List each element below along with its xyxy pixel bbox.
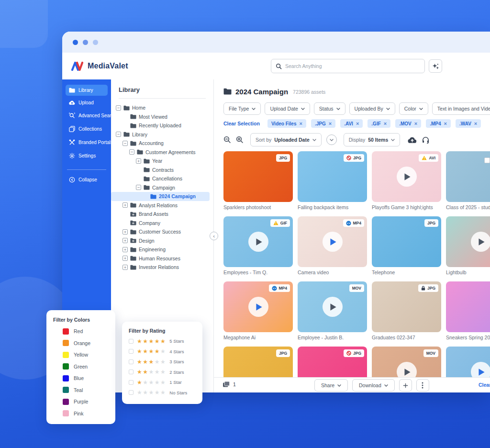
- filter-dropdown-color[interactable]: Color: [399, 102, 428, 115]
- filter-dropdown-file-type[interactable]: File Type: [223, 102, 261, 115]
- tree-item-company[interactable]: Company: [111, 219, 210, 228]
- filter-dropdown-text-in-images-and-videos[interactable]: Text in Images and Videos: [432, 102, 490, 115]
- play-overlay[interactable]: [446, 347, 490, 377]
- asset-card[interactable]: MP4Camera video: [298, 216, 367, 275]
- tree-item-investor-relations[interactable]: +Investor Relations: [111, 263, 210, 272]
- rating-filter-4-stars[interactable]: ★★★★★4 Stars: [129, 348, 202, 354]
- footer-clear-link[interactable]: Clear: [479, 382, 490, 388]
- share-button[interactable]: Share: [314, 379, 348, 392]
- filter-dropdown-uploaded-by[interactable]: Uploaded By: [349, 102, 395, 115]
- filter-chip-mp4[interactable]: .MP4×: [426, 119, 451, 128]
- select-all-checkbox[interactable]: [484, 157, 490, 163]
- more-options-button[interactable]: [416, 379, 429, 392]
- chip-remove-icon[interactable]: ×: [300, 121, 302, 126]
- support-headset-icon[interactable]: [422, 136, 430, 144]
- asset-card[interactable]: Class of 2025 - student: [446, 151, 490, 210]
- chip-remove-icon[interactable]: ×: [444, 121, 447, 126]
- asset-thumbnail[interactable]: AVI: [372, 151, 441, 202]
- tree-expander-minus-icon[interactable]: −: [122, 141, 128, 146]
- sidebar-collapse-button[interactable]: Collapse: [66, 174, 108, 186]
- tree-expander-minus-icon[interactable]: −: [136, 185, 141, 190]
- tree-expander-plus-icon[interactable]: +: [122, 238, 128, 243]
- checkbox[interactable]: [129, 390, 134, 395]
- filter-dropdown-upload-date[interactable]: Upload Date: [265, 102, 310, 115]
- ai-search-button[interactable]: [429, 59, 442, 73]
- play-button[interactable]: [323, 297, 343, 317]
- asset-card[interactable]: MP4Megaphone Ai: [223, 281, 293, 340]
- tree-item-cancellations[interactable]: Cancellations: [111, 174, 210, 183]
- chip-remove-icon[interactable]: ×: [356, 121, 359, 126]
- checkbox[interactable]: [129, 339, 134, 344]
- asset-card[interactable]: AVIPlayoffs Game 3 highl;ights: [372, 151, 441, 210]
- play-button[interactable]: [248, 232, 268, 252]
- asset-thumbnail[interactable]: [446, 281, 490, 332]
- filter-dropdown-status[interactable]: Status: [314, 102, 345, 115]
- tree-collapse-toggle[interactable]: ‹: [210, 232, 218, 240]
- tree-item-accounting[interactable]: −Accounting: [111, 139, 210, 148]
- add-button[interactable]: [399, 379, 412, 392]
- checkbox[interactable]: [129, 359, 134, 364]
- sidebar-item-upload[interactable]: Upload: [66, 97, 108, 108]
- color-filter-pink[interactable]: Pink: [63, 410, 115, 416]
- asset-card[interactable]: JPGTelephone: [372, 216, 441, 275]
- chip-remove-icon[interactable]: ×: [414, 121, 417, 126]
- tree-item-contracts[interactable]: Contracts: [111, 166, 210, 175]
- color-filter-blue[interactable]: Blue: [63, 375, 115, 381]
- asset-thumbnail[interactable]: MOV: [298, 281, 367, 332]
- asset-thumbnail[interactable]: [446, 216, 490, 267]
- download-button[interactable]: Download: [352, 379, 395, 392]
- asset-card[interactable]: JPGSparklers photoshoot: [223, 151, 293, 210]
- asset-card[interactable]: JPG: [298, 347, 367, 377]
- chip-remove-icon[interactable]: ×: [384, 121, 387, 126]
- asset-thumbnail[interactable]: JPG: [298, 151, 367, 202]
- tree-expander-plus-icon[interactable]: +: [136, 158, 141, 164]
- play-button[interactable]: [471, 362, 490, 377]
- asset-card[interactable]: GIFEmployees - Tim Q.: [223, 216, 293, 275]
- filter-chip-mov[interactable]: .MOV×: [395, 119, 421, 128]
- asset-thumbnail[interactable]: MOV: [372, 347, 441, 377]
- play-button[interactable]: [471, 232, 490, 252]
- tree-expander-plus-icon[interactable]: +: [122, 202, 128, 208]
- asset-thumbnail[interactable]: JPG: [223, 151, 293, 202]
- asset-thumbnail[interactable]: MP4: [298, 216, 367, 267]
- filter-chip-gif[interactable]: .GIF×: [368, 119, 390, 128]
- tree-expander-plus-icon[interactable]: +: [122, 229, 128, 235]
- asset-card[interactable]: JPGFalling backpack items: [298, 151, 367, 210]
- upload-cloud-button[interactable]: [408, 136, 417, 144]
- asset-card[interactable]: Sneakers Spring 2022: [446, 281, 490, 340]
- tree-item-customer-agreements[interactable]: −Customer Agreements: [111, 148, 210, 157]
- tree-item-2024-campaign[interactable]: 2024 Campaign: [111, 192, 210, 201]
- tree-item-recently-uploaded[interactable]: Recently Uploaded: [111, 121, 210, 130]
- tree-expander-minus-icon[interactable]: −: [116, 132, 121, 137]
- tree-item-customer-success[interactable]: +Customer Success: [111, 227, 210, 236]
- chip-remove-icon[interactable]: ×: [329, 121, 332, 126]
- clear-selection-link[interactable]: Clear Selection: [223, 121, 260, 126]
- tree-item-most-viewed[interactable]: Most Viewed: [111, 112, 210, 122]
- color-filter-green[interactable]: Green: [63, 363, 115, 370]
- tree-item-home[interactable]: −Home: [111, 103, 210, 112]
- tree-expander-minus-icon[interactable]: −: [116, 105, 121, 111]
- asset-thumbnail[interactable]: GIF: [223, 216, 293, 267]
- sidebar-item-library[interactable]: Library: [66, 85, 108, 96]
- tree-expander-plus-icon[interactable]: +: [122, 247, 128, 252]
- rating-filter-5-stars[interactable]: ★★★★★5 Stars: [129, 338, 202, 344]
- checkbox[interactable]: [129, 380, 134, 385]
- asset-thumbnail[interactable]: [446, 347, 490, 377]
- search-bar[interactable]: [271, 59, 425, 73]
- asset-thumbnail[interactable]: JPG: [372, 216, 441, 267]
- tree-item-campaign[interactable]: −Campaign: [111, 183, 210, 192]
- tree-expander-plus-icon[interactable]: +: [122, 265, 128, 270]
- asset-card[interactable]: JPG: [223, 347, 293, 377]
- rating-filter-no-stars[interactable]: ★★★★★No Stars: [129, 390, 202, 395]
- play-button[interactable]: [397, 362, 417, 377]
- zoom-in-icon[interactable]: [236, 136, 244, 144]
- sidebar-item-branded-portals[interactable]: Branded Portals: [66, 136, 108, 148]
- rating-filter-3-stars[interactable]: ★★★★★3 Stars: [129, 359, 202, 365]
- color-filter-yellow[interactable]: Yellow: [63, 352, 115, 358]
- color-filter-purple[interactable]: Purple: [63, 399, 115, 405]
- asset-card[interactable]: JPGGraduates 022-347: [372, 281, 441, 340]
- tree-item-analyst-relations[interactable]: +Analyst Relations: [111, 201, 210, 210]
- asset-thumbnail[interactable]: JPG: [298, 347, 367, 377]
- tree-item-human-resourses[interactable]: +Human Resourses: [111, 254, 210, 263]
- asset-thumbnail[interactable]: MP4: [223, 281, 293, 332]
